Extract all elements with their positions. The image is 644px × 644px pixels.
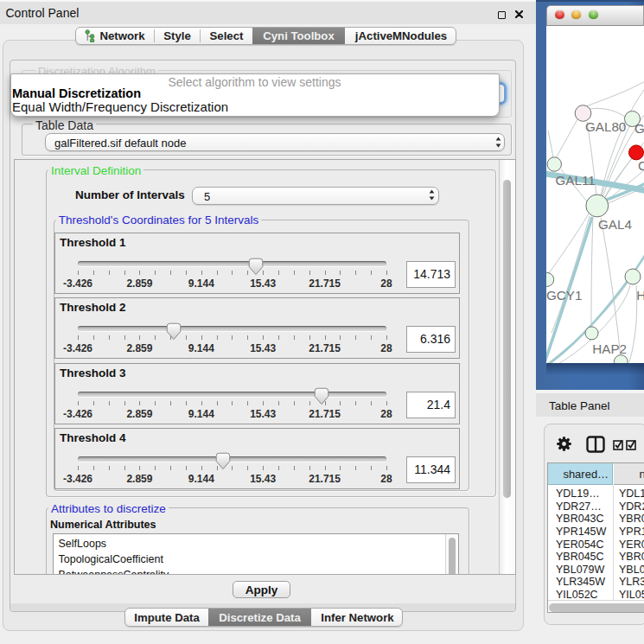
svg-text:GAL: GAL	[634, 121, 644, 136]
svg-text:GCY1: GCY1	[546, 288, 582, 303]
svg-text:GAL11: GAL11	[556, 173, 596, 188]
svg-text:GAL80: GAL80	[585, 119, 626, 134]
svg-text:C: C	[638, 158, 644, 173]
svg-text:H: H	[636, 288, 644, 303]
svg-text:HAP2: HAP2	[592, 341, 627, 356]
svg-text:GAL4: GAL4	[598, 217, 632, 232]
